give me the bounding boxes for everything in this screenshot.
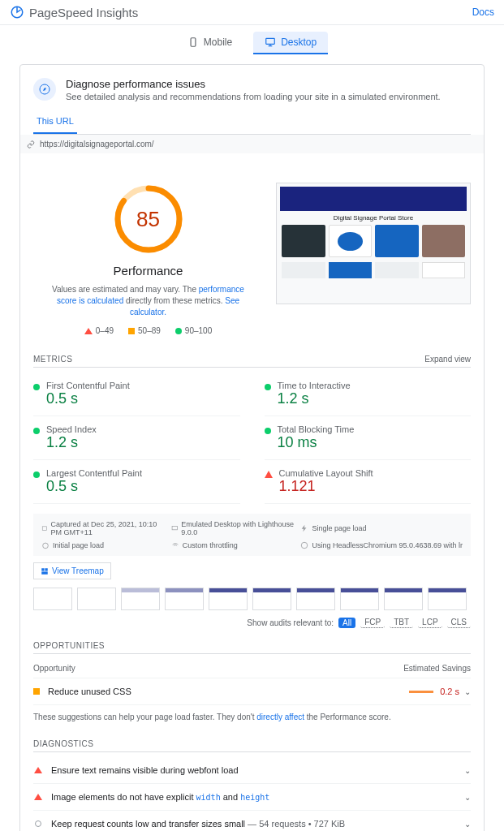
svg-point-8 [43, 543, 49, 549]
filmstrip-frame[interactable] [33, 588, 72, 610]
performance-score: 85 [136, 207, 160, 232]
svg-rect-11 [45, 568, 47, 571]
metrics-header: METRICS [33, 355, 73, 364]
status-dot-good [265, 428, 271, 434]
metric-fcp: First Contentful Paint0.5 s [33, 372, 240, 416]
calendar-icon [41, 524, 48, 532]
metric-si: Speed Index1.2 s [33, 416, 240, 460]
directly-affect-link[interactable]: directly affect [256, 713, 304, 721]
desktop-small-icon [171, 524, 179, 532]
status-dot-good [33, 471, 40, 478]
filmstrip-frame[interactable] [252, 588, 291, 610]
compass-icon [33, 78, 56, 101]
chevron-down-icon: ⌄ [464, 687, 471, 696]
diagnostics-header: DIAGNOSTICS [33, 739, 93, 748]
environment-info: Captured at Dec 25, 2021, 10:10 PM GMT+1… [33, 514, 471, 556]
opportunities-header: OPPORTUNITIES [33, 641, 105, 650]
page-screenshot: Digital Signage Portal Store [276, 183, 471, 304]
svg-rect-1 [191, 38, 196, 47]
audit-filter: Show audits relevant to: All FCP TBT LCP… [33, 617, 471, 628]
opportunity-reduce-css[interactable]: Reduce unused CSS 0.2 s ⌄ [33, 678, 471, 705]
url-row: https://digitalsignageportal.com/ [20, 135, 484, 153]
square-warning-icon [33, 688, 40, 695]
desktop-icon [265, 37, 276, 48]
filter-tbt[interactable]: TBT [390, 617, 413, 628]
view-treemap-button[interactable]: View Treemap [33, 562, 111, 579]
svg-rect-12 [41, 571, 48, 574]
score-legend: 0–49 50–89 90–100 [33, 326, 263, 335]
triangle-error-icon [34, 767, 42, 773]
pagespeed-logo-icon [10, 5, 24, 19]
col-opportunity: Opportunity [33, 664, 75, 673]
status-dot-good [265, 384, 271, 390]
tab-desktop-label: Desktop [281, 37, 317, 48]
svg-rect-7 [172, 526, 177, 529]
square-icon [128, 328, 135, 334]
expand-view-link[interactable]: Expand view [424, 355, 471, 364]
analyzed-url: https://digitalsignageportal.com/ [40, 140, 154, 149]
diagnose-title: Diagnose performance issues [66, 78, 441, 90]
diagnose-subtitle: See detailed analysis and recommendation… [66, 92, 441, 101]
treemap-icon [41, 567, 49, 575]
chevron-down-icon: ⌄ [464, 820, 471, 829]
filmstrip-frame[interactable] [428, 588, 467, 610]
status-dot-good [33, 384, 40, 390]
diag-request-count[interactable]: Keep request counts low and transfer siz… [33, 811, 471, 831]
filter-fcp[interactable]: FCP [360, 617, 385, 628]
filter-all[interactable]: All [338, 618, 355, 628]
filmstrip-frame[interactable] [340, 588, 379, 610]
circle-icon [175, 328, 182, 334]
link-icon [27, 140, 35, 149]
filmstrip-frame[interactable] [165, 588, 204, 610]
filter-lcp[interactable]: LCP [418, 617, 442, 628]
filmstrip-frame[interactable] [77, 588, 116, 610]
col-savings: Estimated Savings [403, 664, 471, 673]
triangle-icon [84, 328, 93, 334]
opportunities-note: These suggestions can help your page loa… [33, 712, 471, 723]
svg-rect-6 [42, 527, 46, 531]
filmstrip-frame[interactable] [209, 588, 248, 610]
circle-neutral-icon [35, 820, 41, 827]
device-tabs: Mobile Desktop [0, 25, 504, 54]
wifi-icon [171, 541, 179, 549]
performance-gauge: 85 [112, 183, 185, 256]
triangle-error-icon [34, 794, 42, 800]
filmstrip-frame[interactable] [121, 588, 160, 610]
savings-bar [409, 691, 433, 693]
chevron-down-icon: ⌄ [464, 793, 471, 802]
svg-rect-10 [41, 568, 44, 571]
filmstrip-frame[interactable] [296, 588, 335, 610]
status-dot-good [33, 428, 40, 434]
metric-cls: Cumulative Layout Shift1.121 [265, 460, 472, 504]
app-header: PageSpeed Insights Docs [0, 0, 504, 25]
url-tab-this[interactable]: This URL [33, 110, 77, 134]
performance-description: Values are estimated and may vary. The p… [33, 284, 263, 318]
svg-rect-2 [266, 38, 275, 44]
filter-cls[interactable]: CLS [447, 617, 471, 628]
diag-img-dims[interactable]: Image elements do not have explicit widt… [33, 784, 471, 811]
chrome-icon [300, 541, 308, 549]
metric-tbt: Total Blocking Time10 ms [265, 416, 472, 460]
metric-lcp: Largest Contentful Paint0.5 s [33, 460, 240, 504]
metric-tti: Time to Interactive1.2 s [265, 372, 472, 416]
filmstrip-frame[interactable] [384, 588, 423, 610]
mobile-icon [187, 37, 199, 48]
timer-icon [41, 541, 50, 549]
tab-mobile-label: Mobile [204, 37, 232, 48]
diag-webfont[interactable]: Ensure text remains visible during webfo… [33, 757, 471, 784]
performance-label: Performance [33, 264, 263, 278]
filmstrip [33, 588, 471, 610]
bolt-icon [300, 524, 308, 532]
docs-link[interactable]: Docs [472, 6, 494, 18]
chevron-down-icon: ⌄ [464, 766, 471, 775]
app-title: PageSpeed Insights [29, 6, 138, 19]
tab-mobile[interactable]: Mobile [176, 32, 243, 54]
svg-point-9 [302, 542, 308, 549]
status-triangle-bad [265, 471, 273, 478]
tab-desktop[interactable]: Desktop [253, 32, 328, 54]
